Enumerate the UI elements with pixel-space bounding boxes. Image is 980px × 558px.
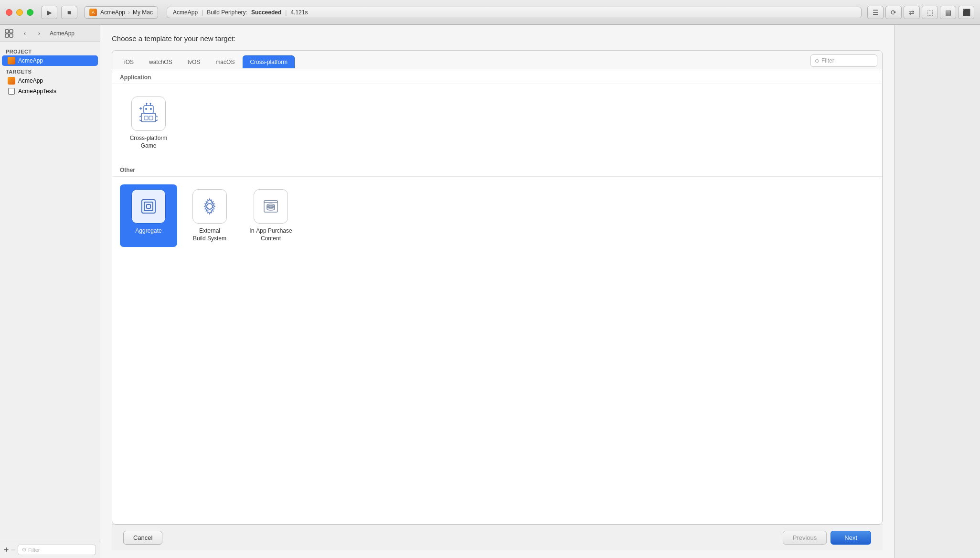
template-inapp-purchase-label: In-App PurchaseContent xyxy=(249,227,292,242)
panel-content: Application xyxy=(112,69,882,524)
layout-btn2[interactable]: ▤ xyxy=(940,6,956,19)
svg-rect-1 xyxy=(10,30,13,33)
sidebar-tests-label: AcmeAppTests xyxy=(18,88,56,95)
tab-ios[interactable]: iOS xyxy=(117,55,141,68)
svg-rect-2 xyxy=(5,34,9,37)
svg-point-8 xyxy=(146,103,148,104)
tab-crossplatform[interactable]: Cross-platform xyxy=(243,55,295,68)
tab-watchos[interactable]: watchOS xyxy=(142,55,180,68)
tab-filter-input[interactable]: ⊙ Filter xyxy=(810,54,877,67)
previous-button[interactable]: Previous xyxy=(783,531,827,545)
dialog-wrapper: Choose a template for your new target: i… xyxy=(100,25,894,558)
sidebar-project-label: AcmeApp xyxy=(18,57,43,64)
status-bar: AcmeApp | Build Periphery: Succeeded | 4… xyxy=(167,7,862,18)
sidebar-item-tests[interactable]: AcmeAppTests xyxy=(2,86,98,97)
traffic-lights xyxy=(6,9,33,16)
tests-icon xyxy=(8,87,15,95)
svg-rect-22 xyxy=(147,204,150,208)
status-label: Build Periphery: xyxy=(207,9,247,16)
svg-point-10 xyxy=(145,108,147,110)
maximize-button[interactable] xyxy=(27,9,33,16)
nav-back-button[interactable]: ‹ xyxy=(19,28,31,39)
status-time: 4.121s xyxy=(290,9,308,16)
breadcrumb: A AcmeApp › My Mac xyxy=(84,6,158,19)
minimize-button[interactable] xyxy=(16,9,23,16)
content-area: Choose a template for your new target: i… xyxy=(100,25,894,558)
aggregate-icon-box xyxy=(131,189,166,224)
sidebar-bottom: + − ⊙ Filter xyxy=(0,541,100,558)
svg-point-23 xyxy=(207,204,213,209)
svg-point-30 xyxy=(267,207,275,210)
template-aggregate[interactable]: Aggregate xyxy=(120,184,177,247)
grid-icon[interactable] xyxy=(4,28,14,39)
menu-btn[interactable]: ☰ xyxy=(867,6,884,19)
project-section-header: PROJECT xyxy=(0,46,100,55)
sidebar-filter-input[interactable]: ⊙ Filter xyxy=(18,545,96,555)
toolbar-right-buttons: ☰ ⟳ ⇄ ⬚ ▤ ⬛ xyxy=(867,6,974,19)
svg-rect-3 xyxy=(10,34,13,37)
svg-rect-5 xyxy=(141,113,156,122)
target-icon xyxy=(8,77,15,85)
dialog-footer: Cancel Previous Next xyxy=(112,525,883,550)
template-inapp-purchase[interactable]: In-App PurchaseContent xyxy=(242,184,299,247)
template-aggregate-label: Aggregate xyxy=(135,227,161,235)
app-icon: A xyxy=(89,9,97,16)
close-button[interactable] xyxy=(6,9,12,16)
breadcrumb-sep1: › xyxy=(128,9,130,16)
layout-btn3[interactable]: ⬛ xyxy=(958,6,974,19)
filter-icon: ⊙ xyxy=(22,547,26,553)
filter-placeholder: Filter xyxy=(28,547,40,553)
sidebar-app-name: AcmeApp xyxy=(50,30,75,37)
external-build-system-icon-box xyxy=(192,189,227,224)
add-target-button[interactable]: + xyxy=(4,546,9,554)
other-templates-grid: Aggregate ExternalBuild System xyxy=(112,177,882,255)
main-layout: ‹ › AcmeApp PROJECT AcmeApp TARGETS Acme… xyxy=(0,25,980,558)
right-panel xyxy=(894,25,980,558)
template-crossplatform-game-label: Cross-platformGame xyxy=(130,135,168,150)
refresh-btn[interactable]: ⟳ xyxy=(885,6,902,19)
sidebar-content: PROJECT AcmeApp TARGETS AcmeApp AcmeAppT… xyxy=(0,42,100,541)
dialog-title: Choose a template for your new target: xyxy=(112,34,883,43)
tab-tvos[interactable]: tvOS xyxy=(181,55,208,68)
svg-rect-18 xyxy=(144,116,148,120)
titlebar: ▶ ■ A AcmeApp › My Mac AcmeApp | Build P… xyxy=(0,0,980,25)
section-application: Application xyxy=(112,69,882,84)
sidebar: ‹ › AcmeApp PROJECT AcmeApp TARGETS Acme… xyxy=(0,25,100,558)
svg-rect-19 xyxy=(149,116,153,120)
svg-rect-21 xyxy=(144,202,153,211)
status-sep1: | xyxy=(202,9,203,16)
svg-point-9 xyxy=(150,103,151,104)
run-button[interactable]: ▶ xyxy=(41,6,57,19)
inapp-purchase-icon-box xyxy=(254,189,288,224)
nav-forward-button[interactable]: › xyxy=(33,28,45,39)
tab-bar: iOS watchOS tvOS macOS Cross-platform ⊙ … xyxy=(112,51,882,69)
project-icon xyxy=(8,57,15,64)
stop-button[interactable]: ■ xyxy=(61,6,77,19)
breadcrumb-location: My Mac xyxy=(133,9,153,16)
sidebar-toolbar: ‹ › AcmeApp xyxy=(0,25,100,42)
breadcrumb-app: AcmeApp xyxy=(100,9,125,16)
sidebar-item-acmeapp-project[interactable]: AcmeApp xyxy=(2,55,98,66)
crossplatform-game-icon-box xyxy=(131,97,166,131)
next-button[interactable]: Next xyxy=(831,531,871,545)
svg-point-11 xyxy=(150,108,152,110)
cancel-button[interactable]: Cancel xyxy=(123,531,162,545)
tab-macos[interactable]: macOS xyxy=(208,55,242,68)
sidebar-target-label: AcmeApp xyxy=(18,77,43,84)
status-value: Succeeded xyxy=(251,9,281,16)
status-app: AcmeApp xyxy=(173,9,198,16)
layout-btn1[interactable]: ⬚ xyxy=(922,6,938,19)
sidebar-item-acmeapp-target[interactable]: AcmeApp xyxy=(2,75,98,86)
back-btn[interactable]: ⇄ xyxy=(904,6,920,19)
filter-icon2: ⊙ xyxy=(815,58,819,64)
filter-placeholder2: Filter xyxy=(821,57,834,64)
dialog-panel: iOS watchOS tvOS macOS Cross-platform ⊙ … xyxy=(112,50,883,525)
targets-section-header: TARGETS xyxy=(0,66,100,75)
section-other: Other xyxy=(112,162,882,177)
template-crossplatform-game[interactable]: Cross-platformGame xyxy=(120,92,177,154)
template-external-build-system[interactable]: ExternalBuild System xyxy=(181,184,238,247)
svg-rect-25 xyxy=(264,201,277,203)
svg-rect-4 xyxy=(144,106,153,113)
remove-target-button[interactable]: − xyxy=(11,546,16,554)
application-templates-grid: Cross-platformGame xyxy=(112,84,882,162)
